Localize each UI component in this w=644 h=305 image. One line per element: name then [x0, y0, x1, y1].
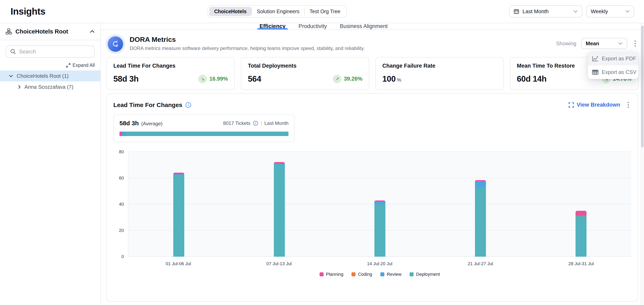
metric-card-value: 58d 3h	[113, 74, 138, 83]
date-range-dropdown[interactable]: Last Month	[509, 5, 582, 17]
legend-swatch	[380, 272, 384, 276]
legend-item-coding[interactable]: Coding	[352, 272, 372, 277]
section-title: Lead Time For Changes	[113, 101, 182, 108]
section-kebab-menu-button[interactable]	[625, 100, 632, 110]
metric-card-value-wrap: 58d 3h	[113, 74, 138, 83]
scrollbar-track[interactable]	[641, 23, 644, 305]
x-axis-label: 28 Jul-31 Jul	[531, 261, 632, 267]
dora-cycle-icon	[108, 36, 123, 52]
trend-badge: ↗39.26%	[333, 75, 362, 83]
lead-time-section: Lead Time For Changes	[106, 93, 638, 302]
chevron-down-icon[interactable]	[9, 74, 13, 77]
dora-metrics-title: DORA Metrics	[130, 35, 365, 43]
sidebar-title: ChoiceHotels Root	[16, 28, 86, 35]
bar-28-jul-31-jul[interactable]	[576, 211, 586, 257]
org-tab-choicehotels[interactable]: ChoiceHotels	[209, 7, 252, 16]
legend-item-review[interactable]: Review	[380, 272, 402, 277]
bar-01-jul-06-jul[interactable]	[173, 173, 184, 257]
chart-band-01-jul-06-jul	[128, 152, 229, 257]
trend-up-arrow-icon: ↗	[333, 75, 341, 83]
expand-all-button[interactable]: Expand All	[66, 62, 95, 68]
legend-label: Coding	[358, 272, 372, 277]
y-tick-label: 60	[119, 175, 124, 181]
org-tab-group: ChoiceHotelsSolution EngineersTest Org T…	[208, 5, 347, 17]
deployment-segment	[173, 175, 184, 257]
tab-productivity[interactable]: Productivity	[298, 23, 328, 29]
topbar-center: ChoiceHotelsSolution EngineersTest Org T…	[46, 5, 509, 17]
info-icon[interactable]	[185, 102, 191, 108]
planning-segment	[173, 173, 184, 174]
legend-label: Planning	[326, 272, 344, 277]
separator: |	[261, 120, 262, 126]
metric-card-value-wrap: 564	[248, 74, 261, 83]
info-icon[interactable]	[253, 121, 258, 126]
search-input[interactable]	[19, 48, 90, 55]
view-breakdown-button[interactable]: View Breakdown	[569, 102, 620, 108]
menu-item-export-as-csv[interactable]: Export as CSV	[588, 65, 638, 79]
progress-segment-planning	[120, 132, 122, 136]
expand-all-label: Expand All	[72, 62, 95, 68]
deployment-segment	[475, 187, 486, 257]
scrollbar-thumb[interactable]	[641, 25, 644, 147]
metric-card-value-row: 564↗39.26%	[248, 74, 362, 83]
y-tick-label: 0	[122, 254, 124, 259]
metric-card-value: 100	[382, 74, 396, 83]
showing-label: Showing	[556, 40, 576, 47]
x-axis-label: 07 Jul-13 Jul	[229, 261, 330, 267]
metric-card-unit: %	[397, 77, 401, 83]
expand-all-row: Expand All	[0, 58, 100, 70]
metric-card-total-deployments: Total Deployments564↗39.26%	[241, 57, 369, 90]
planning-segment	[274, 162, 285, 164]
average-suffix: (Average)	[141, 121, 162, 126]
dora-kebab-menu-button[interactable]	[632, 39, 638, 48]
org-tab-solution-engineers[interactable]: Solution Engineers	[252, 7, 304, 16]
y-tick-label: 40	[119, 202, 124, 207]
section-header: Lead Time For Changes	[113, 100, 632, 110]
average-value: 58d 3h	[120, 120, 139, 127]
legend-item-deployment[interactable]: Deployment	[410, 272, 440, 277]
date-range-value: Last Month	[522, 8, 570, 15]
bar-07-jul-13-jul[interactable]	[274, 162, 285, 257]
chevron-down-icon	[625, 10, 630, 13]
bar-21-jul-27-jul[interactable]	[475, 180, 486, 257]
sidebar-header: ChoiceHotels Root	[0, 23, 100, 40]
granularity-value: Weekly	[591, 8, 622, 15]
x-axis-label: 01 Jul-06 Jul	[128, 261, 229, 267]
org-hierarchy-icon	[6, 28, 12, 34]
y-axis: 020406080	[113, 152, 128, 257]
chart-line-plus-icon	[592, 56, 598, 62]
dora-controls: Showing Mean Export as PDFExport as CSV	[556, 35, 638, 49]
sidebar-collapse-button[interactable]	[90, 30, 95, 33]
x-axis-label: 14 Jul-20 Jul	[329, 261, 430, 267]
aggregation-dropdown[interactable]: Mean	[581, 38, 627, 49]
topbar-controls: Last Month Weekly	[509, 5, 634, 17]
lead-time-chart: 020406080	[113, 152, 632, 257]
tab-business-alignment[interactable]: Business Alignment	[339, 23, 389, 29]
top-bar: Insights ChoiceHotelsSolution EngineersT…	[0, 0, 644, 23]
metric-card-value-row: 58d 3h↘16.99%	[113, 74, 228, 83]
expand-diagonal-icon	[66, 63, 70, 68]
menu-item-export-as-pdf[interactable]: Export as PDF	[588, 52, 638, 65]
progress-segment-review	[122, 132, 126, 136]
review-segment	[475, 181, 486, 187]
menu-item-label: Export as CSV	[602, 69, 636, 75]
review-segment	[374, 202, 386, 204]
bar-14-jul-20-jul[interactable]	[374, 200, 386, 257]
fullscreen-corners-icon	[569, 102, 574, 108]
main-panel: EfficiencyProductivityBusiness Alignment	[101, 23, 644, 305]
period-label: Last Month	[264, 120, 288, 126]
chevron-right-icon[interactable]	[18, 85, 21, 89]
granularity-dropdown[interactable]: Weekly	[586, 5, 634, 17]
trend-delta-value: 16.99%	[209, 76, 228, 82]
progress-segment-deployment	[126, 132, 288, 136]
legend-item-planning[interactable]: Planning	[320, 272, 344, 277]
y-tick-label: 20	[119, 228, 124, 233]
tree-item-choicehotels-root-1[interactable]: ChoiceHotels Root (1)	[0, 70, 100, 81]
chart-band-07-jul-13-jul	[229, 152, 330, 257]
org-tab-test-org-tree[interactable]: Test Org Tree	[304, 7, 345, 16]
planning-segment	[576, 211, 586, 216]
chart-legend: PlanningCodingReviewDeployment	[128, 272, 632, 277]
search-icon	[10, 49, 16, 54]
tab-efficiency[interactable]: Efficiency	[259, 23, 286, 29]
tree-item-anna-scozzafava-7[interactable]: Anna Scozzafava (7)	[0, 81, 100, 92]
